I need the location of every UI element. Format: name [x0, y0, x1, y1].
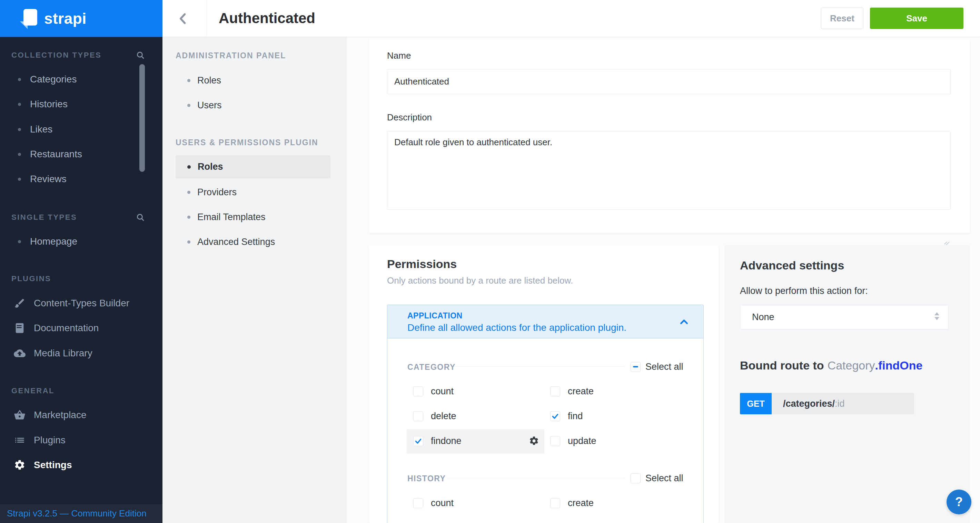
main-sidebar: strapi COLLECTION TYPES Categories Histo…: [0, 0, 162, 523]
bound-route-heading: Bound route toCategory.findOne: [740, 359, 923, 372]
name-label: Name: [387, 50, 411, 61]
sidebar-item-label: Settings: [34, 459, 72, 471]
bullet-icon: [18, 153, 21, 156]
subnav-item-roles-admin[interactable]: Roles: [176, 73, 221, 87]
description-textarea[interactable]: [387, 131, 951, 210]
search-icon[interactable]: [136, 213, 145, 222]
reset-button[interactable]: Reset: [821, 8, 864, 29]
bullet-icon: [187, 216, 191, 219]
name-input[interactable]: [387, 69, 951, 94]
sidebar-item-documentation[interactable]: Documentation: [0, 322, 99, 334]
strapi-logo[interactable]: strapi: [0, 0, 162, 37]
list-icon: [14, 434, 25, 446]
action-findone[interactable]: findone: [413, 436, 461, 446]
subnav-item-roles-plugin-active[interactable]: Roles: [176, 155, 331, 178]
basket-icon: [14, 409, 25, 421]
sidebar-item-label: Marketplace: [34, 410, 87, 421]
sidebar-item-likes[interactable]: Likes: [0, 123, 52, 135]
search-icon[interactable]: [136, 51, 145, 60]
route-path: /categories/:id: [772, 393, 914, 414]
bullet-icon: [18, 178, 21, 181]
select-value: None: [752, 312, 775, 323]
category-select-all[interactable]: Select all: [630, 362, 683, 372]
checkbox-unchecked[interactable]: [550, 498, 560, 508]
action-label[interactable]: create: [568, 386, 593, 397]
subnav-item-users[interactable]: Users: [176, 98, 222, 112]
help-button[interactable]: ?: [947, 490, 971, 514]
action-count[interactable]: count: [413, 386, 453, 396]
select-all-checkbox-unchecked[interactable]: [630, 473, 641, 483]
select-all-checkbox-indeterminate[interactable]: [630, 362, 641, 372]
sidebar-item-plugins[interactable]: Plugins: [0, 434, 65, 447]
bullet-icon: [18, 103, 21, 106]
action-delete[interactable]: delete: [413, 411, 457, 421]
version-link[interactable]: Strapi v3.2.5 — Community Edition: [7, 508, 146, 519]
sidebar-item-reviews[interactable]: Reviews: [0, 173, 67, 185]
sidebar-item-categories[interactable]: Categories: [0, 73, 76, 86]
action-settings-gear-icon[interactable]: [529, 436, 539, 446]
action-label[interactable]: count: [431, 498, 453, 509]
page-header: Authenticated Reset Save: [162, 0, 980, 37]
checkbox-unchecked[interactable]: [413, 498, 423, 508]
action-update[interactable]: update: [550, 436, 597, 446]
checkbox-unchecked[interactable]: [413, 411, 423, 421]
sidebar-item-label: Restaurants: [30, 149, 82, 160]
action-label[interactable]: find: [568, 411, 583, 421]
select-all-label[interactable]: Select all: [645, 473, 683, 484]
checkbox-unchecked[interactable]: [550, 386, 560, 396]
brush-icon: [14, 297, 25, 309]
action-history-create[interactable]: create: [550, 498, 593, 508]
sidebar-footer: Strapi v3.2.5 — Community Edition: [0, 504, 162, 523]
sidebar-item-content-types-builder[interactable]: Content-Types Builder: [0, 297, 129, 310]
description-label: Description: [387, 112, 432, 123]
action-create[interactable]: create: [550, 386, 593, 396]
subnav-item-email-templates[interactable]: Email Templates: [176, 210, 266, 224]
sidebar-item-label: Plugins: [34, 435, 65, 446]
bullet-icon: [187, 79, 191, 82]
bullet-icon: [18, 240, 21, 243]
checkbox-unchecked[interactable]: [550, 436, 560, 446]
page-title: Authenticated: [219, 0, 315, 37]
action-label[interactable]: create: [568, 498, 593, 509]
checkbox-checked[interactable]: [413, 436, 423, 446]
sidebar-item-restaurants[interactable]: Restaurants: [0, 148, 82, 161]
select-all-label[interactable]: Select all: [645, 362, 683, 372]
sidebar-scrollbar-thumb[interactable]: [139, 64, 145, 172]
subnav-item-label: Roles: [198, 161, 223, 172]
sidebar-item-histories[interactable]: Histories: [0, 98, 68, 110]
sidebar-item-media-library[interactable]: Media Library: [0, 347, 92, 359]
action-label[interactable]: delete: [431, 411, 457, 421]
category-section-label: CATEGORY: [407, 362, 456, 372]
back-button[interactable]: [176, 11, 191, 26]
collection-types-header: COLLECTION TYPES: [11, 51, 102, 60]
subnav-item-providers[interactable]: Providers: [176, 185, 237, 199]
action-label[interactable]: count: [431, 386, 453, 397]
advanced-settings-panel: Advanced settings Allow to perform this …: [724, 245, 970, 523]
action-history-count[interactable]: count: [413, 498, 453, 508]
checkbox-checked[interactable]: [550, 411, 560, 421]
bound-route-prefix: Bound route to: [740, 359, 824, 372]
history-section-label: HISTORY: [407, 474, 445, 483]
bullet-icon: [187, 104, 191, 107]
book-icon: [14, 322, 25, 334]
action-label[interactable]: findone: [431, 436, 461, 447]
action-find[interactable]: find: [550, 411, 583, 421]
checkbox-unchecked[interactable]: [413, 386, 423, 396]
subnav-item-advanced-settings[interactable]: Advanced Settings: [176, 235, 275, 249]
save-button[interactable]: Save: [870, 8, 963, 29]
action-label[interactable]: update: [568, 436, 597, 447]
sidebar-item-homepage[interactable]: Homepage: [0, 235, 77, 248]
application-accordion-header[interactable]: APPLICATION Define all allowed actions f…: [387, 305, 704, 339]
advanced-settings-title: Advanced settings: [740, 259, 844, 272]
question-mark-icon: ?: [955, 495, 963, 509]
allow-action-select[interactable]: None: [740, 305, 948, 329]
subnav-item-label: Email Templates: [197, 212, 266, 223]
application-accordion: APPLICATION Define all allowed actions f…: [387, 305, 704, 523]
sidebar-item-marketplace[interactable]: Marketplace: [0, 409, 87, 421]
sidebar-item-settings[interactable]: Settings: [0, 459, 72, 471]
general-header: GENERAL: [11, 386, 54, 395]
history-select-all[interactable]: Select all: [630, 473, 683, 483]
strapi-logo-icon: [18, 8, 38, 29]
chevron-up-icon[interactable]: [679, 317, 689, 327]
route-path-main: /categories/: [783, 399, 835, 409]
